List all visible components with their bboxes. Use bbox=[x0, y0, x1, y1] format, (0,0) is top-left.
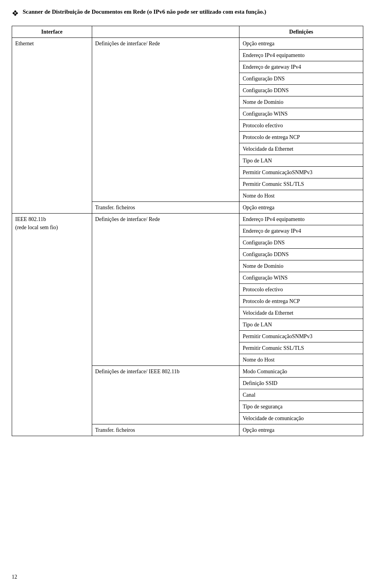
def-item-cell: Configuração DDNS bbox=[239, 85, 363, 96]
header-text: Scanner de Distribuição de Documentos em… bbox=[23, 8, 266, 16]
def-item-cell: Configuração WINS bbox=[239, 272, 363, 284]
def-item-cell: Permitir Comunic SSL/TLS bbox=[239, 178, 363, 190]
def-item-cell: Canal bbox=[239, 389, 363, 401]
def-item-cell: Tipo de LAN bbox=[239, 319, 363, 331]
def-item-cell: Nome do Host bbox=[239, 190, 363, 202]
interface-cell: Ethernet bbox=[12, 38, 92, 214]
def-item-cell: Velocidade da Ethernet bbox=[239, 143, 363, 155]
header-section: ❖ Scanner de Distribuição de Documentos … bbox=[12, 8, 363, 18]
def-item-cell: Modo Comunicação bbox=[239, 366, 363, 378]
def-item-cell: Permitir Comunic SSL/TLS bbox=[239, 342, 363, 354]
def-item-cell: Definição SSID bbox=[239, 378, 363, 389]
def-item-cell: Endereço de gateway IPv4 bbox=[239, 225, 363, 237]
def-type-cell: Transfer. ficheiros bbox=[92, 202, 239, 214]
def-item-cell: Nome de Domínio bbox=[239, 96, 363, 108]
def-item-cell: Protocolo efectivo bbox=[239, 120, 363, 132]
table-row: EthernetDefinições de interface/ RedeOpç… bbox=[12, 38, 363, 50]
def-item-cell: Configuração WINS bbox=[239, 108, 363, 120]
def-item-cell: Tipo de segurança bbox=[239, 401, 363, 413]
table-row: IEEE 802.11b(rede local sem fio)Definiçõ… bbox=[12, 214, 363, 225]
def-type-cell: Definições de interface/ Rede bbox=[92, 214, 239, 366]
col-interface-header: Interface bbox=[12, 26, 92, 38]
def-item-cell: Opção entrega bbox=[239, 38, 363, 50]
def-item-cell: Protocolo efectivo bbox=[239, 284, 363, 296]
def-item-cell: Configuração DNS bbox=[239, 73, 363, 85]
def-item-cell: Protocolo de entrega NCP bbox=[239, 296, 363, 307]
def-item-cell: Permitir ComunicaçãoSNMPv3 bbox=[239, 167, 363, 178]
def-item-cell: Permitir ComunicaçãoSNMPv3 bbox=[239, 331, 363, 342]
table-header-row: Interface Definições bbox=[12, 26, 363, 38]
def-item-cell: Opção entrega bbox=[239, 202, 363, 214]
main-table: Interface Definições EthernetDefinições … bbox=[12, 26, 363, 436]
def-item-cell: Velocidade da Ethernet bbox=[239, 307, 363, 319]
def-item-cell: Endereço IPv4 equipamento bbox=[239, 214, 363, 225]
interface-cell: IEEE 802.11b(rede local sem fio) bbox=[12, 214, 92, 436]
def-item-cell: Protocolo de entrega NCP bbox=[239, 132, 363, 143]
def-item-cell: Nome de Domínio bbox=[239, 260, 363, 272]
def-item-cell: Velocidade de comunicação bbox=[239, 413, 363, 424]
def-item-cell: Configuração DDNS bbox=[239, 249, 363, 260]
def-type-cell: Definições de interface/ IEEE 802.11b bbox=[92, 366, 239, 424]
def-type-cell: Definições de interface/ Rede bbox=[92, 38, 239, 202]
def-item-cell: Tipo de LAN bbox=[239, 155, 363, 167]
def-item-cell: Endereço de gateway IPv4 bbox=[239, 61, 363, 73]
def-item-cell: Opção entrega bbox=[239, 424, 363, 436]
def-item-cell: Endereço IPv4 equipamento bbox=[239, 50, 363, 61]
def-item-cell: Nome do Host bbox=[239, 354, 363, 366]
def-item-cell: Configuração DNS bbox=[239, 237, 363, 249]
def-type-cell: Transfer. ficheiros bbox=[92, 424, 239, 436]
diamond-icon: ❖ bbox=[12, 9, 19, 18]
col-deftype-header bbox=[92, 26, 239, 38]
col-definitions-header: Definições bbox=[239, 26, 363, 38]
